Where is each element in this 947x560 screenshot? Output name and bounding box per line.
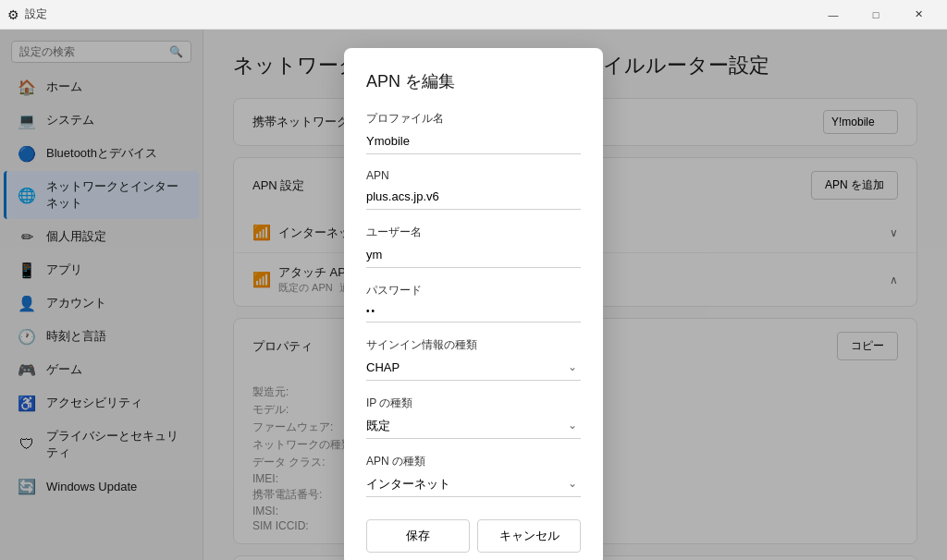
profile-label: プロファイル名: [366, 111, 581, 127]
cancel-button[interactable]: キャンセル: [477, 519, 581, 553]
ip-label: IP の種類: [366, 396, 581, 411]
apn-input[interactable]: [366, 186, 581, 210]
signin-label: サインイン情報の種類: [366, 337, 581, 353]
password-field-group: パスワード: [366, 283, 581, 323]
titlebar: ⚙ 設定 — □ ✕: [0, 0, 947, 30]
modal-actions: 保存 キャンセル: [366, 519, 581, 553]
apn-type-field-group: APN の種類 インターネット MMS 管理 アプリ: [366, 454, 581, 497]
modal-overlay: APN を編集 プロファイル名 APN ユーザー名 パスワード サインイン情報の…: [0, 30, 947, 560]
titlebar-icon: ⚙: [7, 7, 19, 22]
ip-select[interactable]: 既定 IPv4 IPv6 IPv4v6: [366, 415, 581, 439]
apn-type-select-wrapper: インターネット MMS 管理 アプリ: [366, 473, 581, 497]
signin-select-wrapper: なし 自動 PAP CHAP: [366, 357, 581, 381]
signin-field-group: サインイン情報の種類 なし 自動 PAP CHAP: [366, 337, 581, 381]
titlebar-title: 設定: [25, 6, 47, 22]
apn-field-group: APN: [366, 169, 581, 210]
minimize-button[interactable]: —: [812, 0, 855, 30]
titlebar-controls: — □ ✕: [812, 0, 940, 30]
password-input[interactable]: [366, 302, 581, 323]
username-input[interactable]: [366, 244, 581, 268]
username-label: ユーザー名: [366, 225, 581, 240]
password-label: パスワード: [366, 283, 581, 298]
username-field-group: ユーザー名: [366, 225, 581, 268]
ip-select-wrapper: 既定 IPv4 IPv6 IPv4v6: [366, 415, 581, 439]
apn-edit-modal: APN を編集 プロファイル名 APN ユーザー名 パスワード サインイン情報の…: [344, 48, 603, 560]
close-button[interactable]: ✕: [897, 0, 940, 30]
apn-type-label: APN の種類: [366, 454, 581, 469]
ip-field-group: IP の種類 既定 IPv4 IPv6 IPv4v6: [366, 396, 581, 439]
apn-type-select[interactable]: インターネット MMS 管理 アプリ: [366, 473, 581, 497]
profile-input[interactable]: [366, 130, 581, 154]
save-button[interactable]: 保存: [366, 519, 470, 553]
profile-field-group: プロファイル名: [366, 111, 581, 154]
apn-field-label: APN: [366, 169, 581, 182]
signin-select[interactable]: なし 自動 PAP CHAP: [366, 357, 581, 381]
maximize-button[interactable]: □: [855, 0, 897, 30]
modal-title: APN を編集: [366, 70, 581, 92]
